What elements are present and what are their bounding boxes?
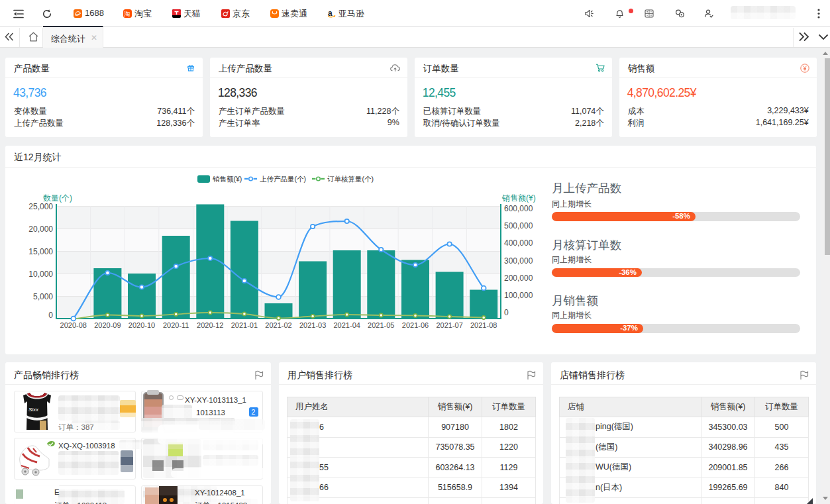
svg-text:400,000: 400,000 (504, 238, 533, 248)
svg-text:500,000: 500,000 (504, 221, 533, 230)
svg-text:2021-04: 2021-04 (334, 321, 360, 329)
svg-text:600,000: 600,000 (504, 204, 533, 213)
svg-text:300,000: 300,000 (504, 256, 533, 266)
svg-text:2020-11: 2020-11 (163, 321, 189, 329)
svg-text:销售额(¥): 销售额(¥) (212, 175, 242, 183)
svg-text:订单核算量(个): 订单核算量(个) (327, 175, 374, 183)
svg-text:5,000: 5,000 (33, 292, 53, 301)
svg-text:2020-10: 2020-10 (129, 321, 155, 329)
svg-text:上传产品量(个): 上传产品量(个) (260, 175, 306, 183)
svg-text:0: 0 (48, 311, 53, 320)
svg-text:2020-12: 2020-12 (197, 321, 223, 329)
svg-text:销售额(¥): 销售额(¥) (501, 193, 536, 203)
svg-text:2021-01: 2021-01 (231, 321, 258, 329)
svg-text:20,000: 20,000 (28, 225, 53, 234)
svg-text:2021-06: 2021-06 (402, 321, 429, 329)
svg-text:2020-08: 2020-08 (60, 321, 87, 329)
svg-text:0: 0 (504, 308, 509, 317)
svg-text:2021-07: 2021-07 (436, 321, 462, 329)
svg-text:2021-08: 2021-08 (470, 321, 497, 329)
svg-text:Sixx: Sixx (28, 407, 39, 413)
svg-text:10,000: 10,000 (28, 270, 53, 279)
svg-text:2020-09: 2020-09 (94, 321, 121, 329)
svg-text:200,000: 200,000 (504, 274, 533, 283)
svg-text:25,000: 25,000 (28, 202, 53, 211)
svg-text:2021-02: 2021-02 (265, 321, 291, 329)
svg-text:100,000: 100,000 (504, 291, 533, 300)
svg-text:2021-03: 2021-03 (299, 321, 326, 329)
svg-text:2021-05: 2021-05 (368, 321, 394, 329)
svg-text:15,000: 15,000 (28, 247, 53, 256)
